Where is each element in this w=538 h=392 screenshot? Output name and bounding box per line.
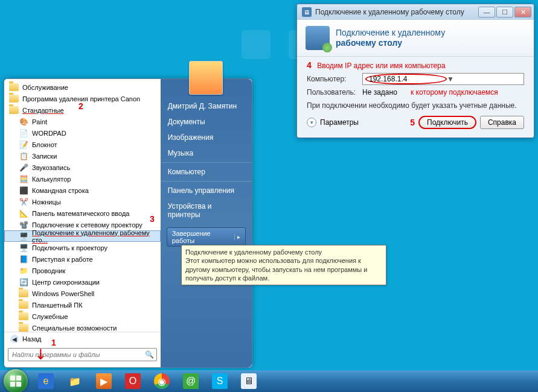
program-item[interactable]: ⬛Командная строка bbox=[4, 185, 161, 196]
taskbar: e📁▶O◉@S🖥 bbox=[0, 370, 538, 392]
program-item[interactable]: 📁Проводник bbox=[4, 265, 161, 276]
maximize-button[interactable]: ☐ bbox=[496, 7, 513, 17]
chevron-down-icon: ▼ bbox=[447, 75, 521, 83]
app-icon: 🖥️ bbox=[19, 243, 28, 253]
computer-combo[interactable]: 192.168.1.4 ▼ bbox=[362, 73, 524, 85]
app-icon: 📘 bbox=[19, 254, 28, 264]
anno-1: 1 bbox=[51, 338, 56, 347]
program-label: Панель математического ввода bbox=[32, 210, 129, 217]
shutdown-button[interactable]: Завершение работы ▸ bbox=[167, 227, 246, 247]
app-icon: 📋 bbox=[19, 151, 28, 161]
program-item[interactable]: 🔄Центр синхронизации bbox=[4, 276, 161, 288]
program-item[interactable]: Служебные bbox=[4, 311, 161, 322]
start-right-item[interactable]: Панель управления bbox=[161, 183, 252, 198]
params-label: Параметры bbox=[320, 118, 359, 127]
program-label: Планшетный ПК bbox=[32, 302, 83, 309]
program-label: Windows PowerShell bbox=[32, 290, 94, 297]
anno-target: к которому подключаемся bbox=[411, 88, 498, 96]
program-item[interactable]: 📘Приступая к работе bbox=[4, 253, 161, 265]
start-right-item[interactable]: Компьютер bbox=[161, 164, 252, 180]
minimize-button[interactable]: — bbox=[478, 7, 495, 17]
start-button[interactable] bbox=[4, 369, 28, 392]
program-item[interactable]: ✂️Ножницы bbox=[4, 196, 161, 207]
user-name[interactable]: Дмитрий Д. Замятин bbox=[161, 98, 252, 114]
chevron-right-icon: ▸ bbox=[234, 234, 243, 240]
opera-icon[interactable]: O bbox=[119, 372, 147, 390]
program-label: Подключить к проектору bbox=[32, 244, 107, 251]
program-label: Ножницы bbox=[32, 198, 61, 206]
start-right-item[interactable]: Документы bbox=[161, 114, 252, 130]
app-icon: 📐 bbox=[19, 209, 28, 218]
user-value: Не задано bbox=[362, 88, 411, 96]
start-menu-right: Дмитрий Д. Замятин ДокументыИзображенияМ… bbox=[161, 79, 252, 367]
program-item[interactable]: 📄WORDPAD bbox=[4, 127, 161, 139]
user-avatar[interactable] bbox=[189, 61, 223, 95]
opera-icon: O bbox=[125, 373, 141, 389]
app-icon: ✂️ bbox=[19, 197, 28, 207]
wmp-icon: ▶ bbox=[96, 373, 112, 389]
app-icon: 🖥️ bbox=[19, 232, 28, 241]
program-item[interactable]: 🎤Звукозапись bbox=[4, 162, 161, 173]
tooltip: Подключение к удаленному рабочему столу … bbox=[181, 245, 386, 285]
rdp-window-title: Подключение к удаленному рабочему столу bbox=[315, 8, 477, 16]
app-icon: 🎨 bbox=[19, 117, 28, 127]
program-item[interactable]: Специальные возможности bbox=[4, 322, 161, 332]
program-label: Специальные возможности bbox=[32, 324, 117, 332]
program-label: Центр синхронизации bbox=[32, 279, 100, 286]
program-item[interactable]: 📝Блокнот bbox=[4, 139, 161, 150]
mail-icon: @ bbox=[183, 373, 199, 389]
start-right-item[interactable]: Изображения bbox=[161, 130, 252, 145]
connect-button[interactable]: Подключить bbox=[418, 116, 476, 129]
explorer-icon[interactable]: 📁 bbox=[61, 372, 89, 390]
computer-value: 192.168.1.4 bbox=[365, 74, 447, 84]
chrome-icon[interactable]: ◉ bbox=[148, 372, 176, 390]
separator bbox=[161, 181, 252, 182]
anno-3: 3 bbox=[150, 214, 155, 224]
program-item[interactable]: 📐Панель математического ввода bbox=[4, 207, 161, 219]
program-label: Подключение к сетевому проектору bbox=[32, 221, 143, 229]
back-button[interactable]: ◀ Назад bbox=[4, 332, 161, 346]
svg-rect-2 bbox=[10, 382, 15, 387]
params-toggle[interactable]: ▾ Параметры bbox=[307, 118, 406, 127]
app-icon: 📝 bbox=[19, 140, 28, 150]
rdp-dialog: 🖥 Подключение к удаленному рабочему стол… bbox=[296, 4, 534, 138]
program-item[interactable]: Windows PowerShell bbox=[4, 288, 161, 299]
separator bbox=[161, 162, 252, 163]
program-item[interactable]: 🖥️Подключение к удаленному рабочему сто.… bbox=[4, 230, 161, 242]
svg-rect-3 bbox=[16, 382, 21, 387]
tooltip-body: Этот компьютер можно использовать для по… bbox=[185, 256, 382, 282]
program-item[interactable]: 📋Записки bbox=[4, 150, 161, 162]
start-right-item[interactable]: Музыка bbox=[161, 145, 252, 161]
folder-icon bbox=[19, 289, 28, 297]
start-menu: ОбслуживаниеПрограмма удаления принтера … bbox=[4, 78, 252, 368]
start-menu-programs: ОбслуживаниеПрограмма удаления принтера … bbox=[4, 79, 161, 367]
folder-icon bbox=[19, 312, 28, 320]
app-icon: 📄 bbox=[19, 128, 28, 138]
anno-5: 5 bbox=[410, 118, 415, 127]
rdp-task-icon[interactable]: 🖥 bbox=[235, 372, 263, 390]
search-icon: 🔍 bbox=[145, 350, 154, 359]
app-icon: 🔄 bbox=[19, 277, 28, 287]
app-icon: 📁 bbox=[19, 266, 28, 276]
ie-icon[interactable]: e bbox=[32, 372, 60, 390]
program-item[interactable]: Планшетный ПК bbox=[4, 299, 161, 311]
app-icon: 🧮 bbox=[19, 174, 28, 184]
help-button[interactable]: Справка bbox=[480, 116, 524, 129]
svg-rect-0 bbox=[10, 376, 15, 381]
close-button[interactable]: ✕ bbox=[514, 7, 531, 17]
rdp-info-text: При подключении необходимо будет указать… bbox=[307, 101, 524, 111]
rdp-header-text: Подключение к удаленному рабочему столу bbox=[336, 28, 445, 48]
chevron-down-icon: ▾ bbox=[307, 118, 316, 127]
wmp-icon[interactable]: ▶ bbox=[90, 372, 118, 390]
program-item[interactable]: 🎨Paint bbox=[4, 116, 161, 127]
program-label: Звукозапись bbox=[32, 164, 70, 171]
explorer-icon: 📁 bbox=[67, 373, 83, 389]
rdp-titlebar[interactable]: 🖥 Подключение к удаленному рабочему стол… bbox=[297, 4, 534, 20]
program-item[interactable]: 🧮Калькулятор bbox=[4, 173, 161, 185]
program-item[interactable]: 🖥️Подключить к проектору bbox=[4, 242, 161, 253]
program-item[interactable]: Обслуживание bbox=[4, 81, 161, 93]
skype-icon[interactable]: S bbox=[206, 372, 234, 390]
mail-icon[interactable]: @ bbox=[177, 372, 205, 390]
start-right-item[interactable]: Устройства и принтеры bbox=[161, 198, 252, 223]
svg-rect-1 bbox=[16, 376, 21, 381]
